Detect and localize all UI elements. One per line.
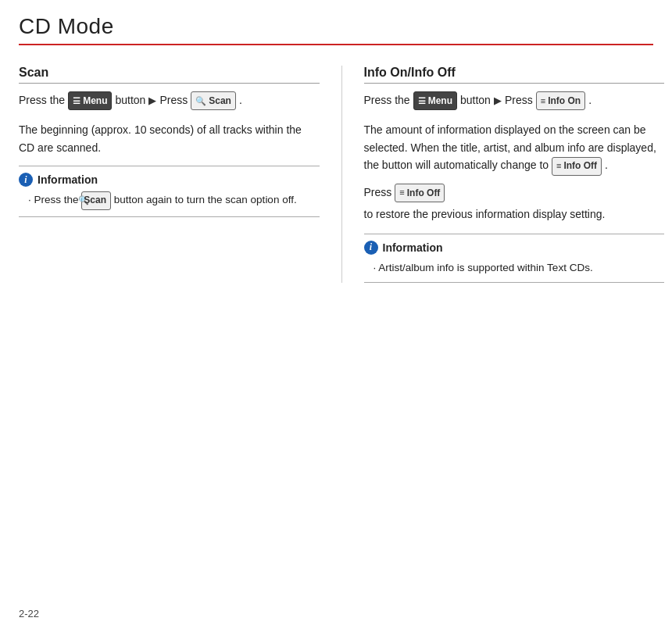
page-title-bar: CD Mode (0, 0, 672, 50)
info-restore-suffix: to restore the previous information disp… (364, 205, 606, 224)
info-on-icon: ≡ (541, 94, 545, 109)
info-instruction-line: Press the ☰ Menu button ▶ Press ≡ Info O… (364, 91, 665, 110)
scan-info-header: i Information (19, 173, 320, 187)
info-restore-line: Press ≡ Info Off to restore the previous… (364, 184, 665, 224)
scan-info-box: i Information · Press the 🔍 Scan button … (19, 166, 320, 216)
content-area: Scan Press the ☰ Menu button ▶ Press 🔍 S… (0, 50, 672, 298)
scan-press-text: Press (159, 91, 188, 110)
info-section: Info On/Info Off Press the ☰ Menu button… (342, 66, 665, 283)
scan-instruction-line: Press the ☰ Menu button ▶ Press 🔍 Scan . (19, 91, 320, 110)
scan-button-tag[interactable]: 🔍 Scan (191, 91, 236, 110)
scan-heading: Scan (19, 66, 320, 84)
menu-icon: ☰ (73, 94, 80, 109)
scan-again-button[interactable]: 🔍 Scan (81, 191, 111, 209)
info-off-inline-icon: ≡ (556, 159, 561, 173)
scan-arrow: ▶ (148, 92, 156, 109)
page-title: CD Mode (19, 14, 653, 39)
scan-info-item-1: · Press the 🔍 Scan button again to turn … (27, 191, 320, 209)
info-menu-button[interactable]: ☰ Menu (413, 91, 457, 110)
info-info-label: Information (383, 241, 443, 254)
info-press-the-text: Press the (364, 91, 410, 110)
info-press-text: Press (505, 91, 533, 110)
scan-body-text: The beginning (approx. 10 seconds) of al… (19, 121, 320, 156)
info-off-restore-button[interactable]: ≡ Info Off (395, 184, 445, 202)
scan-icon: 🔍 (195, 94, 206, 109)
info-info-item-1: · Artist/album info is supported within … (372, 259, 665, 277)
scan-info-label: Information (38, 173, 98, 186)
scan-press-the-text: Press the (19, 91, 65, 110)
info-info-header: i Information (364, 241, 665, 255)
info-button-text: button (460, 91, 491, 110)
info-restore-press-text: Press (364, 184, 392, 202)
info-info-icon: i (364, 241, 378, 255)
scan-info-icon: i (19, 173, 33, 187)
info-menu-icon: ☰ (418, 94, 426, 109)
info-info-box: i Information · Artist/album info is sup… (364, 234, 665, 284)
page-number: 2-22 (19, 608, 39, 620)
info-off-inline-button[interactable]: ≡ Info Off (552, 157, 602, 175)
info-arrow: ▶ (494, 92, 502, 109)
info-off-restore-icon: ≡ (399, 185, 404, 200)
scan-button-text: button (115, 91, 145, 110)
title-divider (19, 44, 653, 45)
info-heading: Info On/Info Off (364, 66, 665, 84)
scan-section: Scan Press the ☰ Menu button ▶ Press 🔍 S… (19, 66, 342, 283)
info-body-text-1: The amount of information displayed on t… (364, 121, 665, 175)
scan-menu-button[interactable]: ☰ Menu (68, 91, 112, 110)
info-on-button-tag[interactable]: ≡ Info On (536, 91, 585, 110)
